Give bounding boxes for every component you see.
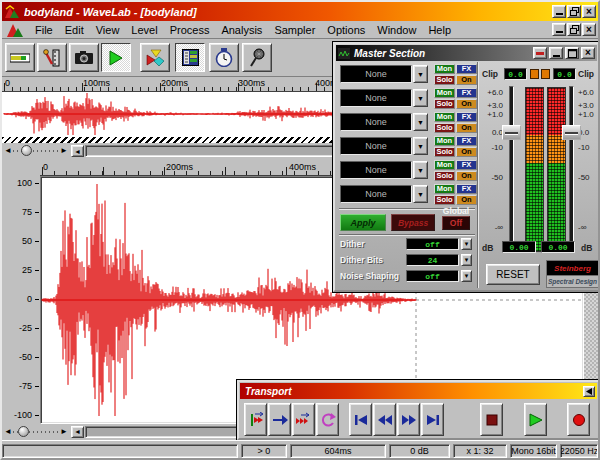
clip-indicator-left[interactable] [530,69,539,79]
slot-1-mon-button[interactable]: Mon [434,64,455,74]
level-meter-button[interactable] [5,43,35,72]
global-off-button[interactable]: Off [442,216,470,230]
record-button[interactable] [567,403,590,436]
dither-value[interactable]: off [406,238,459,250]
play-tool-button[interactable] [101,43,131,72]
slot-3-fx-button[interactable]: FX [456,112,477,122]
master-fader-left[interactable] [502,125,521,140]
effect-slot-4-dropdown[interactable]: ▼ [413,137,428,155]
timer-button[interactable] [209,43,239,72]
reset-button[interactable]: RESET [486,264,540,285]
effect-slot-4[interactable]: None [340,137,412,155]
menu-options[interactable]: Options [321,22,371,38]
slot-5-solo-button[interactable]: Solo [434,171,455,181]
play-from-marker-button[interactable] [244,403,267,436]
slot-1-on-button[interactable]: On [456,75,477,85]
goto-end-button[interactable] [421,403,444,436]
effect-slot-1-dropdown[interactable]: ▼ [413,65,428,83]
rewind-button[interactable] [373,403,396,436]
transport-collapse-button[interactable] [583,386,595,397]
play-through-button[interactable] [292,403,315,436]
close-button[interactable]: × [582,5,596,18]
mdi-minimize-button[interactable] [552,23,566,36]
apply-button[interactable]: Apply [340,214,386,231]
overview-zoom-slider[interactable]: ◄ ► [4,145,68,157]
menu-sampler[interactable]: Sampler [268,22,321,38]
effect-slot-3[interactable]: None [340,113,412,131]
menu-help[interactable]: Help [422,22,457,38]
slot-2-on-button[interactable]: On [456,99,477,109]
dither-dropdown[interactable]: ▼ [461,238,472,250]
slot-3-on-button[interactable]: On [456,123,477,133]
slot-3-solo-button[interactable]: Solo [434,123,455,133]
menu-analysis[interactable]: Analysis [215,22,268,38]
record-tool-button[interactable] [242,43,272,72]
overview-scroll-left-button[interactable]: ◄ [71,145,84,157]
slot-4-fx-button[interactable]: FX [456,136,477,146]
slot-5-fx-button[interactable]: FX [456,160,477,170]
menu-view[interactable]: View [90,22,126,38]
effect-slot-5[interactable]: None [340,161,412,179]
play-button[interactable] [524,403,547,436]
minimize-button[interactable] [552,5,566,18]
master-fold-button[interactable] [533,47,547,59]
master-fader-right[interactable] [562,125,581,140]
slot-4-solo-button[interactable]: Solo [434,147,455,157]
mdi-close-button[interactable]: × [582,23,596,36]
dither-bits-dropdown[interactable]: ▼ [461,254,472,266]
effect-slot-3-dropdown[interactable]: ▼ [413,113,428,131]
markers-button[interactable] [140,43,170,72]
database-window-button[interactable] [175,43,205,72]
bypass-button[interactable]: Bypass [391,214,435,231]
master-minimize-button[interactable] [549,47,563,59]
slot-2-fx-button[interactable]: FX [456,88,477,98]
slot-3-mon-button[interactable]: Mon [434,112,455,122]
effect-slot-6[interactable]: None [340,185,412,203]
noise-shaping-value[interactable]: off [406,270,459,282]
menu-process[interactable]: Process [164,22,216,38]
zoom-thumb[interactable] [18,426,29,437]
main-scroll-left-button[interactable]: ◄ [71,426,84,438]
slot-6-solo-button[interactable]: Solo [434,195,455,205]
slot-5-mon-button[interactable]: Mon [434,160,455,170]
slot-5-on-button[interactable]: On [456,171,477,181]
forward-button[interactable] [397,403,420,436]
slot-1-solo-button[interactable]: Solo [434,75,455,85]
slot-2-mon-button[interactable]: Mon [434,88,455,98]
effect-slot-2-dropdown[interactable]: ▼ [413,89,428,107]
slot-4-mon-button[interactable]: Mon [434,136,455,146]
tools-button[interactable] [37,43,67,72]
dither-bits-value[interactable]: 24 [406,254,459,266]
restore-button[interactable] [567,5,581,18]
effect-slot-2[interactable]: None [340,89,412,107]
play-to-cursor-button[interactable] [268,403,291,436]
slot-6-on-button[interactable]: On [456,195,477,205]
snapshot-button[interactable] [69,43,99,72]
loop-button[interactable] [316,403,339,436]
zoom-out-icon[interactable]: ◄ [4,147,12,155]
clip-indicator-right[interactable] [541,69,550,79]
master-maximize-button[interactable] [565,47,579,59]
stop-button[interactable] [480,403,503,436]
mdi-restore-button[interactable] [567,23,581,36]
menu-window[interactable]: Window [371,22,422,38]
zoom-in-icon[interactable]: ► [60,428,68,436]
menu-edit[interactable]: Edit [59,22,90,38]
noise-shaping-dropdown[interactable]: ▼ [461,270,472,282]
zoom-thumb[interactable] [21,145,32,156]
effect-slot-1[interactable]: None [340,65,412,83]
zoom-in-icon[interactable]: ► [60,147,68,155]
master-close-button[interactable]: × [581,47,595,59]
slot-6-fx-button[interactable]: FX [456,184,477,194]
goto-start-button[interactable] [349,403,372,436]
menu-level[interactable]: Level [125,22,163,38]
slot-2-solo-button[interactable]: Solo [434,99,455,109]
effect-slot-5-dropdown[interactable]: ▼ [413,161,428,179]
effect-slot-6-dropdown[interactable]: ▼ [413,185,428,203]
slot-6-mon-button[interactable]: Mon [434,184,455,194]
slot-4-on-button[interactable]: On [456,147,477,157]
main-zoom-slider[interactable]: ◄ ► [4,426,68,438]
zoom-out-icon[interactable]: ◄ [4,428,12,436]
slot-1-fx-button[interactable]: FX [456,64,477,74]
menu-file[interactable]: File [29,22,59,38]
